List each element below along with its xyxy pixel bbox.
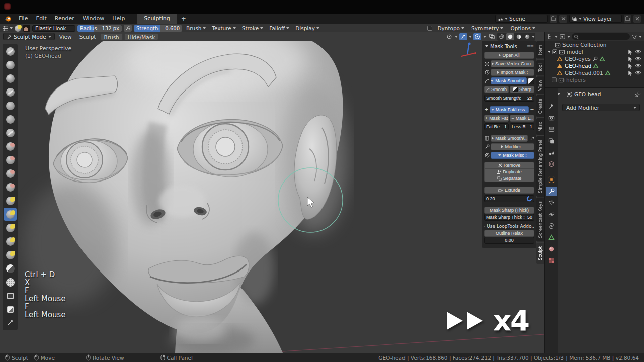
- show-overlays-button[interactable]: [488, 33, 496, 40]
- remove-button[interactable]: Remove: [484, 162, 534, 169]
- tool-thumb[interactable]: [4, 221, 17, 234]
- mask-smooth-panel-button[interactable]: Mask Smooth/..: [491, 135, 528, 142]
- exturde-depth-field[interactable]: 0.20: [484, 195, 534, 202]
- outliner-search-input[interactable]: [572, 33, 630, 40]
- brush-name-field[interactable]: Elastic Hook: [32, 25, 75, 32]
- tab-texture[interactable]: [546, 256, 557, 265]
- tab-physics[interactable]: [546, 210, 557, 219]
- tab-item[interactable]: Item: [536, 41, 544, 59]
- mask-smooth-sharp-toggle[interactable]: Mask Smooth/..: [491, 77, 527, 84]
- rendered-shading-button[interactable]: [523, 33, 531, 40]
- tool-elastic-hook-active[interactable]: [4, 208, 17, 221]
- mask-fat-button[interactable]: +Mask Fat: [484, 115, 509, 122]
- tool-flatten[interactable]: [4, 153, 17, 166]
- visibility-eye-icon[interactable]: [635, 56, 641, 61]
- tool-pinch[interactable]: [4, 180, 17, 194]
- stroke-dropdown[interactable]: Stroke: [240, 25, 265, 31]
- 3d-viewport[interactable]: Sculpt Mode View Sculpt Brush Hide/Mask: [0, 32, 544, 353]
- tool-box-mask[interactable]: [4, 303, 17, 316]
- outline-relax-button[interactable]: Outline Relax: [484, 230, 534, 237]
- tab-active-tool[interactable]: [546, 102, 557, 111]
- sharp-button[interactable]: Sharp: [510, 86, 534, 93]
- tab-render[interactable]: [546, 113, 557, 123]
- brush-falloff-preview-icon[interactable]: [15, 25, 21, 32]
- tab-screencast-keys[interactable]: Screencast Keys: [536, 198, 544, 242]
- tool-scrape[interactable]: [4, 167, 17, 180]
- mask-sharp-thick-field[interactable]: Mask Sharp Thick :50: [484, 214, 534, 221]
- tab-view[interactable]: View: [536, 76, 544, 94]
- tab-misc[interactable]: Misc: [536, 118, 544, 135]
- display-dropdown[interactable]: Display: [293, 25, 321, 31]
- tab-object[interactable]: [546, 175, 557, 185]
- visibility-eye-icon[interactable]: [635, 70, 641, 75]
- tab-output[interactable]: [546, 125, 557, 134]
- options-dropdown[interactable]: Options: [508, 25, 537, 31]
- tool-nudge[interactable]: [4, 248, 17, 261]
- tab-scene[interactable]: [546, 148, 557, 157]
- add-icon[interactable]: +: [484, 106, 489, 113]
- outliner-row-scene-collection[interactable]: Scene Collection: [545, 41, 644, 48]
- snap-toggle-button[interactable]: [459, 33, 467, 40]
- solid-shading-button[interactable]: [506, 33, 514, 40]
- selectable-icon[interactable]: [627, 63, 633, 69]
- close-scene-button[interactable]: [559, 15, 567, 23]
- tab-object-data[interactable]: [546, 233, 557, 242]
- import-mask-button[interactable]: Import Mask :: [491, 69, 534, 76]
- mode-selector[interactable]: Sculpt Mode: [3, 33, 55, 40]
- smooth-button[interactable]: Smooth: [484, 86, 509, 93]
- scene-selector[interactable]: Scene: [495, 15, 548, 23]
- outliner-row-geo-head[interactable]: GEO-head: [545, 62, 644, 69]
- symmetry-dropdown[interactable]: Symmetry: [469, 25, 505, 31]
- menu-help[interactable]: Help: [108, 14, 129, 24]
- tool-layer[interactable]: [4, 85, 17, 99]
- pin-icon[interactable]: [635, 91, 641, 97]
- tool-crease[interactable]: [4, 126, 17, 139]
- selectable-icon[interactable]: [627, 49, 633, 55]
- tool-draw[interactable]: [4, 45, 17, 58]
- strength-slider[interactable]: Strength: 0.600: [134, 25, 182, 32]
- dyntopo-checkbox[interactable]: [427, 26, 432, 31]
- modifier-panel-button[interactable]: Modifier :: [491, 143, 534, 150]
- proportional-editing-button[interactable]: [473, 33, 481, 40]
- sculpt-scene[interactable]: [0, 32, 544, 353]
- tab-world[interactable]: [546, 159, 557, 169]
- tab-constraints[interactable]: [546, 221, 557, 231]
- brush-dropdown[interactable]: Brush: [184, 25, 208, 31]
- tool-clay[interactable]: [4, 58, 17, 71]
- fat-repeat-field[interactable]: Fat Re:1: [484, 123, 509, 130]
- outliner-row-geo-eyes[interactable]: GEO-eyes: [545, 55, 644, 62]
- tab-simple-renaming-panel[interactable]: Simple Renaming Panel: [536, 136, 544, 197]
- selectable-icon[interactable]: [627, 70, 633, 76]
- workspace-tab-sculpting[interactable]: Sculpting: [137, 14, 177, 24]
- radius-slider[interactable]: Radius: 132 px: [77, 25, 122, 32]
- material-preview-shading-button[interactable]: [515, 33, 523, 40]
- tab-tool[interactable]: Tool: [536, 60, 544, 75]
- selectable-icon[interactable]: [627, 56, 633, 62]
- mask-tools-panel-header[interactable]: Mask Tools ≡≡: [482, 42, 536, 50]
- dyntopo-dropdown[interactable]: Dyntopo: [435, 25, 466, 31]
- menu-sculpt[interactable]: Sculpt: [76, 32, 99, 41]
- new-scene-button[interactable]: [550, 15, 557, 23]
- tool-simplify[interactable]: [4, 276, 17, 289]
- menu-edit[interactable]: Edit: [32, 14, 50, 24]
- filter-icon[interactable]: [631, 34, 637, 40]
- tab-modifiers-active[interactable]: [546, 187, 557, 196]
- collection-checkbox-unchecked[interactable]: [552, 77, 557, 82]
- tool-clay-strips[interactable]: [4, 72, 17, 85]
- open-all-button[interactable]: Open All: [484, 52, 534, 59]
- menu-brush[interactable]: Brush: [100, 33, 122, 40]
- outline-relax-field[interactable]: 0.00: [484, 237, 534, 244]
- tool-mask[interactable]: [4, 262, 17, 275]
- pivot-point-button[interactable]: [445, 33, 453, 40]
- tab-material[interactable]: [546, 244, 557, 254]
- add-workspace-button[interactable]: +: [177, 15, 190, 22]
- outliner-row-model[interactable]: model: [545, 48, 644, 55]
- menu-render[interactable]: Render: [51, 14, 78, 24]
- outliner-row-helpers[interactable]: helpers: [545, 76, 644, 83]
- less-repeat-field[interactable]: Less R:1: [510, 123, 534, 130]
- menu-file[interactable]: File: [15, 14, 32, 24]
- brush-thumbnail[interactable]: [23, 25, 30, 32]
- mask-fat-less-toggle[interactable]: Mask Fat/Less :: [490, 106, 529, 113]
- menu-window[interactable]: Window: [78, 14, 108, 24]
- separate-button[interactable]: Separate: [484, 175, 534, 182]
